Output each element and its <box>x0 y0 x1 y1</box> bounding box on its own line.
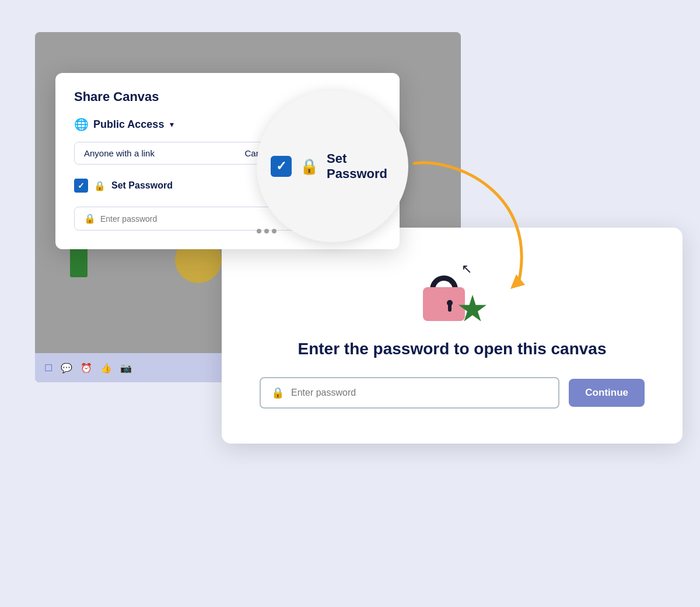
toolbar-icon-5: 📷 <box>120 362 132 374</box>
unlock-panel: ↖ Enter the password to open this canvas… <box>222 228 682 444</box>
public-access-label: Public Access <box>93 118 164 131</box>
magnify-content: ✓ 🔒 Set Password <box>257 142 408 191</box>
password-lock-icon: 🔒 <box>84 213 96 224</box>
lock-illustration: ↖ <box>417 257 487 321</box>
set-password-checkbox[interactable]: ✓ <box>74 179 88 193</box>
magnify-checkbox: ✓ <box>271 156 292 177</box>
unlock-input-row: 🔒 Continue <box>260 377 645 409</box>
set-password-label: Set Password <box>111 180 173 191</box>
toolbar-icon-1: ☐ <box>44 362 52 374</box>
magnify-check-icon: ✓ <box>276 159 286 174</box>
toolbar-icon-4: 👍 <box>100 362 112 374</box>
unlock-password-input[interactable] <box>291 388 548 398</box>
cursor-icon: ↖ <box>461 261 472 277</box>
password-input-container[interactable]: 🔒 <box>74 207 296 231</box>
padlock-keyhole <box>445 300 454 312</box>
magnify-set-password-label: Set Password <box>327 151 394 182</box>
unlock-lock-icon: 🔒 <box>271 386 284 399</box>
padlock-body <box>423 287 465 321</box>
three-dots <box>257 229 276 233</box>
dot-1 <box>257 229 261 233</box>
access-anyone-label: Anyone with a link <box>84 148 244 158</box>
lock-icon-small: 🔒 <box>94 180 106 191</box>
unlock-input-box[interactable]: 🔒 <box>260 377 559 409</box>
check-icon: ✓ <box>78 181 85 190</box>
toolbar-icon-2: 💬 <box>61 362 72 374</box>
magnify-lock-icon: 🔒 <box>300 158 318 176</box>
toolbar-icon-3: ⏰ <box>80 362 92 374</box>
continue-button[interactable]: Continue <box>569 379 645 407</box>
globe-icon: 🌐 <box>74 117 89 131</box>
magnify-circle: ✓ 🔒 Set Password <box>257 90 408 242</box>
chevron-down-icon: ▾ <box>170 120 174 129</box>
unlock-title: Enter the password to open this canvas <box>298 340 606 358</box>
password-input[interactable] <box>100 214 286 224</box>
dot-2 <box>264 229 269 233</box>
dot-3 <box>272 229 276 233</box>
